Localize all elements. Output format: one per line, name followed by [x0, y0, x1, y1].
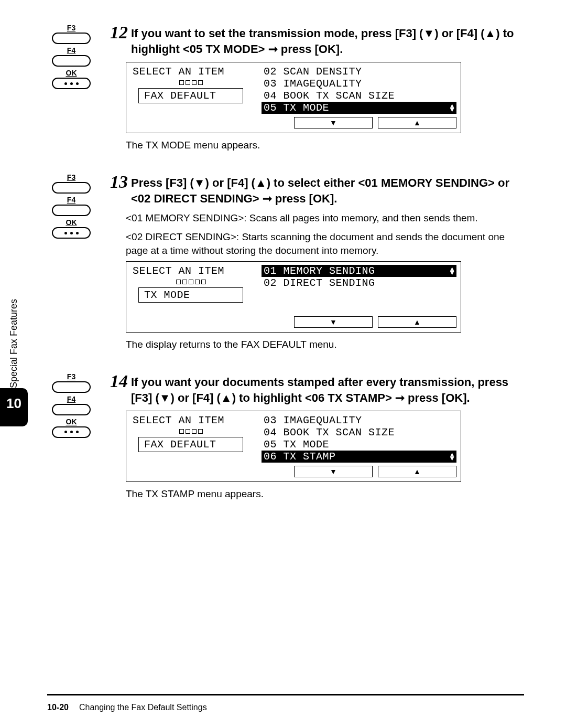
- lcd-row: [262, 289, 456, 301]
- lcd-row-selected: 05 TX MODE ▲▼: [262, 102, 456, 114]
- step-heading-text: If you want your documents stamped after…: [131, 372, 524, 405]
- up-icon: ▲: [413, 467, 421, 476]
- footer-title: Changing the Fax Default Settings: [79, 703, 207, 712]
- step-number: 13: [110, 173, 128, 191]
- side-section-label: Special Fax Features: [8, 294, 19, 388]
- lcd-row: 02 DIRECT SENDING: [262, 277, 456, 289]
- lcd-row-selected: 01 MEMORY SENDING ▲▼: [262, 265, 456, 277]
- step-heading-text: Press [F3] (▼) or [F4] (▲) to select eit…: [131, 173, 524, 206]
- lcd-left-box: FAX DEFAULT: [138, 437, 243, 452]
- step-13-row: F3 F4 OK 13 Press [F3] (▼) or [F4] (▲) t…: [47, 173, 524, 351]
- updown-icon: ▲▼: [450, 267, 454, 275]
- step-caption: The TX MODE menu appears.: [126, 138, 524, 152]
- step-desc: <02 DIRECT SENDING>: Starts scanning the…: [126, 230, 524, 257]
- lcd-down-button: ▼: [294, 316, 373, 328]
- key-ok: OK: [52, 218, 91, 239]
- lcd-left-title: SELECT AN ITEM: [130, 66, 224, 78]
- key-ok: OK: [52, 69, 91, 89]
- key-ok: OK: [52, 417, 91, 438]
- key-f4-shape: [52, 404, 91, 415]
- up-icon: ▲: [413, 318, 421, 326]
- lcd-down-button: ▼: [294, 466, 373, 477]
- lcd-up-button: ▲: [378, 466, 456, 477]
- key-f3: F3: [52, 372, 91, 393]
- dot-icon: [76, 431, 79, 433]
- side-chapter-badge: 10: [0, 388, 28, 426]
- key-stack: F3 F4 OK: [47, 173, 95, 239]
- step-caption: The display returns to the FAX DEFAULT m…: [126, 338, 524, 351]
- key-ok-label: OK: [66, 218, 77, 227]
- dot-icon: [64, 431, 67, 433]
- step-12-row: F3 F4 OK 12 If you want to set the trans…: [47, 24, 524, 152]
- step-14-content: 14 If you want your documents stamped af…: [110, 372, 524, 501]
- key-f3-shape: [52, 381, 91, 393]
- updown-icon: ▲▼: [450, 104, 454, 112]
- dot-icon: [70, 82, 73, 85]
- side-rail: Special Fax Features 10: [0, 294, 28, 426]
- lcd-row: 02 SCAN DENSITY: [262, 66, 456, 78]
- key-stack: F3 F4 OK: [47, 24, 95, 89]
- down-icon: ▼: [330, 119, 337, 127]
- step-heading-text: If you want to set the transmission mode…: [131, 24, 524, 57]
- lcd-row: 03 IMAGEQUALITY: [262, 414, 456, 426]
- lcd-row-selected: 06 TX STAMP ▲▼: [262, 451, 456, 463]
- key-ok-label: OK: [66, 69, 77, 77]
- lcd-sel-text: 05 TX MODE: [264, 102, 329, 114]
- step-number: 14: [110, 372, 128, 390]
- lcd-panel: SELECT AN ITEM FAX DEFAULT 03 IMAGEQUALI…: [126, 411, 461, 482]
- key-f4-label: F4: [67, 196, 75, 204]
- lcd-left-title: SELECT AN ITEM: [130, 414, 224, 426]
- lcd-left-box: FAX DEFAULT: [138, 88, 243, 103]
- lcd-down-button: ▼: [294, 117, 373, 129]
- key-ok-label: OK: [66, 417, 77, 426]
- dot-icon: [70, 431, 73, 433]
- step-caption: The TX STAMP menu appears.: [126, 487, 524, 501]
- lcd-row: [262, 301, 456, 313]
- key-f4-label: F4: [67, 395, 75, 403]
- down-icon: ▼: [330, 467, 337, 476]
- lcd-row: 04 BOOK TX SCAN SIZE: [262, 90, 456, 102]
- key-f3-label: F3: [67, 24, 75, 32]
- key-f3-shape: [52, 182, 91, 194]
- key-f4: F4: [52, 196, 91, 216]
- down-icon: ▼: [330, 318, 337, 326]
- page-number: 10-20: [47, 703, 69, 712]
- step-number: 12: [110, 24, 128, 41]
- key-ok-shape: [52, 78, 91, 89]
- key-f3: F3: [52, 24, 91, 44]
- dot-icon: [64, 232, 67, 234]
- lcd-left-title: SELECT AN ITEM: [130, 265, 224, 277]
- key-f4-label: F4: [67, 46, 75, 55]
- key-f4: F4: [52, 46, 91, 67]
- lcd-left-box: TX MODE: [138, 287, 243, 303]
- step-desc: <01 MEMORY SENDING>: Scans all pages int…: [126, 211, 524, 225]
- key-f4-shape: [52, 55, 91, 67]
- lcd-indicator-icon: [179, 80, 203, 85]
- dot-icon: [76, 232, 79, 234]
- up-icon: ▲: [413, 119, 421, 127]
- key-stack: F3 F4 OK: [47, 372, 95, 438]
- dot-icon: [76, 82, 79, 85]
- lcd-up-button: ▲: [378, 117, 456, 129]
- page-footer: 10-20 Changing the Fax Default Settings: [47, 694, 524, 712]
- key-f3-shape: [52, 33, 91, 44]
- lcd-panel: SELECT AN ITEM TX MODE 01 MEMORY SENDING…: [126, 261, 461, 333]
- lcd-row: 03 IMAGEQUALITY: [262, 78, 456, 90]
- key-f3-label: F3: [67, 372, 75, 381]
- dot-icon: [64, 82, 67, 85]
- key-ok-shape: [52, 426, 91, 438]
- step-13-content: 13 Press [F3] (▼) or [F4] (▲) to select …: [110, 173, 524, 351]
- key-ok-shape: [52, 227, 91, 239]
- lcd-indicator-icon: [176, 280, 206, 284]
- step-12-content: 12 If you want to set the transmission m…: [110, 24, 524, 152]
- lcd-up-button: ▲: [378, 316, 456, 328]
- step-14-row: F3 F4 OK 14 If you want your documents s…: [47, 372, 524, 501]
- key-f4-shape: [52, 205, 91, 216]
- lcd-indicator-icon: [179, 429, 203, 434]
- dot-icon: [70, 232, 73, 234]
- key-f3-label: F3: [67, 173, 75, 181]
- key-f4: F4: [52, 395, 91, 415]
- lcd-sel-text: 01 MEMORY SENDING: [264, 265, 375, 277]
- lcd-row: 04 BOOK TX SCAN SIZE: [262, 426, 456, 438]
- lcd-row: 05 TX MODE: [262, 438, 456, 451]
